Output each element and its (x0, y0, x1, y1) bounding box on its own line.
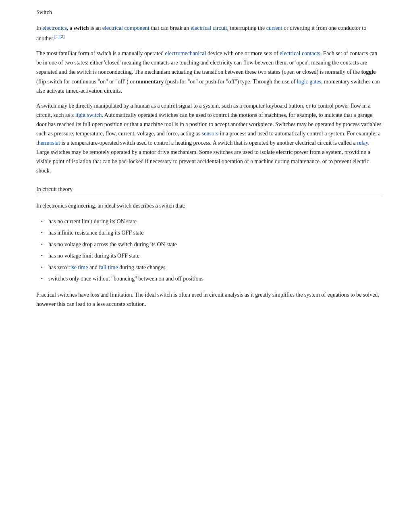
list-item: has no current limit during its ON state (36, 216, 383, 227)
section-heading-circuit-theory: In circuit theory (36, 185, 383, 196)
list-item: has no voltage drop across the switch du… (36, 239, 383, 250)
list-item: has infinite resistance during its OFF s… (36, 227, 383, 239)
para3: A switch may be directly manipulated by … (36, 101, 383, 176)
link-electronics[interactable]: electronics (42, 25, 67, 31)
ref-2[interactable]: [2] (60, 34, 65, 39)
link-electrical-contacts[interactable]: electrical contacts (280, 50, 320, 56)
para2: The most familiar form of switch is a ma… (36, 49, 383, 95)
page-container: Switch In electronics, a switch is an el… (12, 0, 399, 339)
ref-1[interactable]: [1] (54, 34, 60, 39)
section1-para: Practical switches have loss and limitat… (36, 290, 383, 309)
section-circuit-theory: In circuit theory In electronics enginee… (36, 185, 383, 309)
ideal-switch-list: has no current limit during its ON state… (36, 216, 383, 285)
list-item: switches only once without "bouncing" be… (36, 273, 383, 285)
link-electromechanical[interactable]: electromechanical (165, 50, 206, 56)
link-electrical-circuit[interactable]: electrical circuit (191, 25, 227, 31)
list-item: has zero rise time and fall time during … (36, 262, 383, 273)
link-electrical-component[interactable]: electrical component (102, 25, 149, 31)
link-logic-gates[interactable]: logic gates (297, 79, 321, 85)
link-current[interactable]: current (266, 25, 282, 31)
link-light-switch[interactable]: light switch (75, 112, 102, 118)
link-rise-time[interactable]: rise time (68, 264, 88, 270)
list-item: has no voltage limit during its OFF stat… (36, 250, 383, 262)
link-thermostat[interactable]: thermostat (36, 140, 60, 146)
intro-paragraph: In electronics, a switch is an electrica… (36, 23, 383, 43)
link-sensors[interactable]: sensors (202, 131, 218, 137)
page-title: Switch (36, 8, 383, 17)
link-relay[interactable]: relay (357, 140, 368, 146)
link-fall-time[interactable]: fall time (99, 264, 118, 270)
section1-intro: In electronics engineering, an ideal swi… (36, 201, 383, 210)
